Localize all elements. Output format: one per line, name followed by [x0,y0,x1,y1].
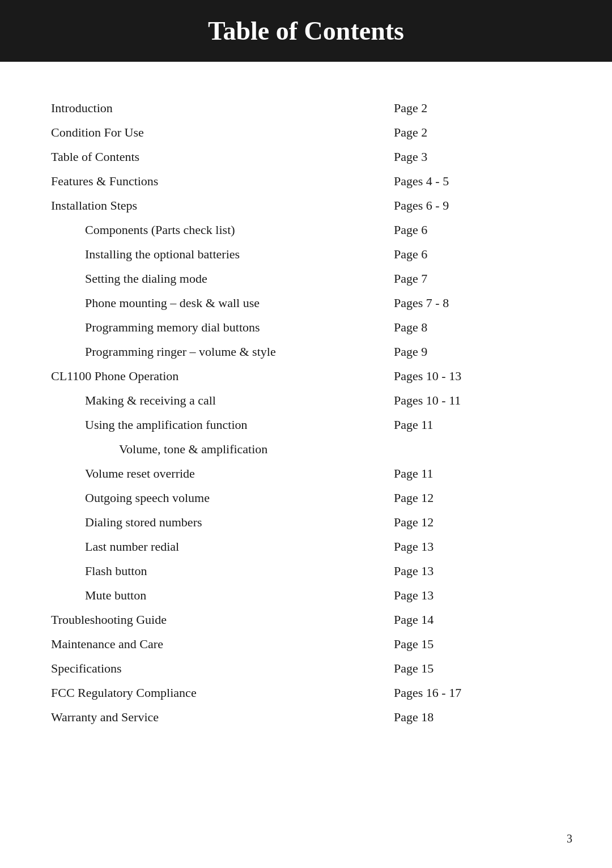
toc-row: IntroductionPage 2 [51,96,561,120]
toc-row: Outgoing speech volumePage 12 [51,486,561,510]
toc-entry-label: Troubleshooting Guide [51,607,382,632]
toc-entry-page: Page 13 [382,583,561,607]
page-number: 3 [567,832,572,845]
toc-row: Condition For UsePage 2 [51,120,561,144]
toc-row: Programming ringer – volume & stylePage … [51,339,561,364]
toc-entry-label: Features & Functions [51,169,382,193]
toc-entry-label: Dialing stored numbers [51,510,382,534]
toc-row: Troubleshooting GuidePage 14 [51,607,561,632]
toc-entry-label: Volume reset override [51,461,382,486]
toc-entry-label: Flash button [51,559,382,583]
page-title: Table of Contents [34,16,578,46]
toc-entry-label: Making & receiving a call [51,388,382,412]
toc-entry-page: Page 2 [382,96,561,120]
toc-row: Setting the dialing modePage 7 [51,266,561,291]
toc-entry-page: Pages 10 - 11 [382,388,561,412]
toc-entry-label: Volume, tone & amplification [51,437,382,461]
toc-entry-page: Page 7 [382,266,561,291]
toc-entry-page: Page 11 [382,412,561,437]
toc-row: Last number redialPage 13 [51,534,561,559]
toc-row: Phone mounting – desk & wall usePages 7 … [51,291,561,315]
toc-entry-label: Maintenance and Care [51,632,382,656]
toc-entry-page: Page 9 [382,339,561,364]
toc-entry-page: Pages 10 - 13 [382,364,561,388]
toc-entry-page: Pages 16 - 17 [382,680,561,705]
toc-row: Features & FunctionsPages 4 - 5 [51,169,561,193]
toc-entry-page: Pages 4 - 5 [382,169,561,193]
toc-row: Dialing stored numbersPage 12 [51,510,561,534]
toc-row: Programming memory dial buttonsPage 8 [51,315,561,339]
toc-entry-page [382,437,561,461]
toc-entry-label: Condition For Use [51,120,382,144]
toc-row: SpecificationsPage 15 [51,656,561,680]
toc-entry-label: Using the amplification function [51,412,382,437]
toc-row: CL1100 Phone OperationPages 10 - 13 [51,364,561,388]
toc-entry-label: Introduction [51,96,382,120]
toc-row: Mute buttonPage 13 [51,583,561,607]
toc-entry-label: Setting the dialing mode [51,266,382,291]
toc-entry-label: CL1100 Phone Operation [51,364,382,388]
toc-entry-page: Page 13 [382,534,561,559]
toc-row: Using the amplification functionPage 11 [51,412,561,437]
toc-entry-page: Page 6 [382,218,561,242]
toc-row: Installation StepsPages 6 - 9 [51,193,561,218]
toc-row: Installing the optional batteriesPage 6 [51,242,561,266]
toc-entry-page: Pages 6 - 9 [382,193,561,218]
toc-row: Warranty and ServicePage 18 [51,705,561,729]
toc-entry-label: FCC Regulatory Compliance [51,680,382,705]
toc-entry-label: Installation Steps [51,193,382,218]
toc-row: FCC Regulatory CompliancePages 16 - 17 [51,680,561,705]
toc-entry-label: Programming ringer – volume & style [51,339,382,364]
toc-entry-label: Warranty and Service [51,705,382,729]
toc-table: IntroductionPage 2Condition For UsePage … [51,96,561,729]
toc-entry-page: Page 13 [382,559,561,583]
toc-entry-label: Components (Parts check list) [51,218,382,242]
header-bar: Table of Contents [0,0,612,62]
content-area: IntroductionPage 2Condition For UsePage … [0,96,612,763]
toc-entry-page: Page 18 [382,705,561,729]
toc-row: Components (Parts check list)Page 6 [51,218,561,242]
toc-row: Flash buttonPage 13 [51,559,561,583]
toc-row: Volume, tone & amplification [51,437,561,461]
toc-entry-page: Page 15 [382,632,561,656]
toc-entry-page: Pages 7 - 8 [382,291,561,315]
toc-entry-page: Page 12 [382,486,561,510]
toc-entry-label: Installing the optional batteries [51,242,382,266]
toc-entry-label: Table of Contents [51,144,382,169]
toc-entry-label: Specifications [51,656,382,680]
toc-entry-page: Page 14 [382,607,561,632]
toc-entry-label: Phone mounting – desk & wall use [51,291,382,315]
toc-entry-page: Page 15 [382,656,561,680]
toc-entry-page: Page 6 [382,242,561,266]
toc-entry-page: Page 3 [382,144,561,169]
toc-entry-page: Page 8 [382,315,561,339]
toc-entry-page: Page 11 [382,461,561,486]
toc-entry-label: Last number redial [51,534,382,559]
toc-row: Table of ContentsPage 3 [51,144,561,169]
toc-row: Making & receiving a callPages 10 - 11 [51,388,561,412]
toc-entry-page: Page 2 [382,120,561,144]
page: Table of Contents IntroductionPage 2Cond… [0,0,612,868]
toc-entry-label: Outgoing speech volume [51,486,382,510]
toc-row: Maintenance and CarePage 15 [51,632,561,656]
toc-entry-label: Mute button [51,583,382,607]
toc-entry-page: Page 12 [382,510,561,534]
toc-entry-label: Programming memory dial buttons [51,315,382,339]
toc-row: Volume reset overridePage 11 [51,461,561,486]
